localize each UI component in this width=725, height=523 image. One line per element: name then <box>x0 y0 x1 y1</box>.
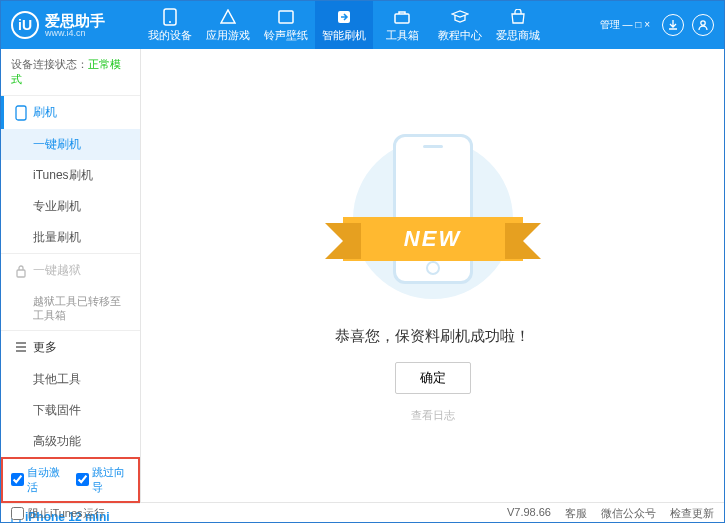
tutorial-icon <box>451 8 469 26</box>
options-box: 自动激活 跳过向导 <box>1 457 140 503</box>
footer-update[interactable]: 检查更新 <box>670 506 714 521</box>
menu-icon <box>15 341 27 353</box>
tab-toolbox[interactable]: 工具箱 <box>373 1 431 49</box>
svg-point-5 <box>701 21 705 25</box>
app-url: www.i4.cn <box>45 28 105 38</box>
new-ribbon: NEW <box>343 217 523 261</box>
success-message: 恭喜您，保资料刷机成功啦！ <box>335 327 530 346</box>
sidebar-jailbreak-note: 越狱工具已转移至工具箱 <box>1 287 140 330</box>
checkbox-auto-activate[interactable]: 自动激活 <box>11 465 66 495</box>
tab-tutorials[interactable]: 教程中心 <box>431 1 489 49</box>
svg-rect-6 <box>16 106 26 120</box>
sidebar-item-other-tools[interactable]: 其他工具 <box>1 364 140 395</box>
store-icon <box>509 8 527 26</box>
main-content: NEW 恭喜您，保资料刷机成功啦！ 确定 查看日志 <box>141 49 724 502</box>
checkbox-skip-guide[interactable]: 跳过向导 <box>76 465 131 495</box>
sidebar-flash-header[interactable]: 刷机 <box>1 96 140 129</box>
footer-wechat[interactable]: 微信公众号 <box>601 506 656 521</box>
flash-icon <box>335 8 353 26</box>
ok-button[interactable]: 确定 <box>395 362 471 394</box>
app-name: 爱思助手 <box>45 13 105 28</box>
sidebar-more-header[interactable]: 更多 <box>1 331 140 364</box>
svg-rect-7 <box>17 270 25 277</box>
checkbox-block-itunes[interactable]: 阻止iTunes运行 <box>11 506 105 521</box>
svg-point-1 <box>169 21 171 23</box>
app-header: iU 爱思助手 www.i4.cn 我的设备 应用游戏 铃声壁纸 智能刷机 工具… <box>1 1 724 49</box>
svg-rect-2 <box>279 11 293 23</box>
sidebar-item-pro-flash[interactable]: 专业刷机 <box>1 191 140 222</box>
header-right: 管理 — □ × <box>600 14 724 36</box>
lock-icon <box>15 264 27 278</box>
logo: iU 爱思助手 www.i4.cn <box>1 11 141 39</box>
sidebar-item-batch-flash[interactable]: 批量刷机 <box>1 222 140 253</box>
user-icon[interactable] <box>692 14 714 36</box>
tab-ringtones[interactable]: 铃声壁纸 <box>257 1 315 49</box>
tab-flash[interactable]: 智能刷机 <box>315 1 373 49</box>
tab-store[interactable]: 爱思商城 <box>489 1 547 49</box>
success-illustration: NEW <box>348 129 518 309</box>
sidebar: 设备连接状态：正常模式 刷机 一键刷机 iTunes刷机 专业刷机 批量刷机 一… <box>1 49 141 502</box>
sidebar-item-advanced[interactable]: 高级功能 <box>1 426 140 457</box>
footer-service[interactable]: 客服 <box>565 506 587 521</box>
tab-apps[interactable]: 应用游戏 <box>199 1 257 49</box>
sidebar-item-itunes-flash[interactable]: iTunes刷机 <box>1 160 140 191</box>
device-status: 设备连接状态：正常模式 <box>1 49 140 95</box>
sidebar-item-download-firmware[interactable]: 下载固件 <box>1 395 140 426</box>
toolbox-icon <box>393 8 411 26</box>
svg-rect-4 <box>395 14 409 23</box>
sidebar-jailbreak-header[interactable]: 一键越狱 <box>1 254 140 287</box>
download-icon[interactable] <box>662 14 684 36</box>
logo-icon: iU <box>11 11 39 39</box>
version-label: V7.98.66 <box>507 506 551 521</box>
view-log-link[interactable]: 查看日志 <box>411 408 455 423</box>
phone-icon <box>15 105 27 121</box>
wallpaper-icon <box>277 8 295 26</box>
nav-tabs: 我的设备 应用游戏 铃声壁纸 智能刷机 工具箱 教程中心 爱思商城 <box>141 1 600 49</box>
apps-icon <box>219 8 237 26</box>
window-controls[interactable]: 管理 — □ × <box>600 18 650 32</box>
phone-icon <box>161 8 179 26</box>
tab-my-device[interactable]: 我的设备 <box>141 1 199 49</box>
sidebar-item-oneclick-flash[interactable]: 一键刷机 <box>1 129 140 160</box>
